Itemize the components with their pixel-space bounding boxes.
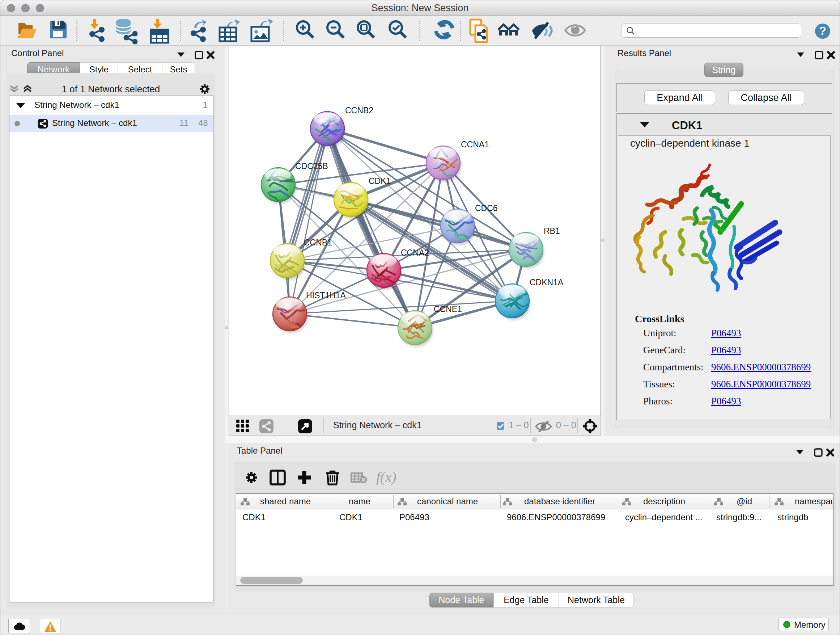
svg-text:HIST1H1A: HIST1H1A	[306, 291, 346, 300]
svg-text:CDKN1A: CDKN1A	[530, 278, 564, 287]
svg-text:CDC6: CDC6	[475, 203, 498, 213]
svg-text:f(x): f(x)	[376, 470, 396, 485]
svg-text:CCNB2: CCNB2	[345, 106, 373, 115]
svg-text:CCNA1: CCNA1	[461, 140, 489, 149]
svg-text:CCNB1: CCNB1	[304, 238, 332, 247]
svg-text:CDK1: CDK1	[369, 176, 391, 186]
svg-text:CCNE1: CCNE1	[434, 304, 462, 314]
svg-text:CCNA2: CCNA2	[401, 248, 429, 257]
svg-text:RB1: RB1	[544, 226, 560, 236]
svg-text:?: ?	[819, 24, 826, 37]
svg-text:CDC25B: CDC25B	[295, 162, 328, 171]
